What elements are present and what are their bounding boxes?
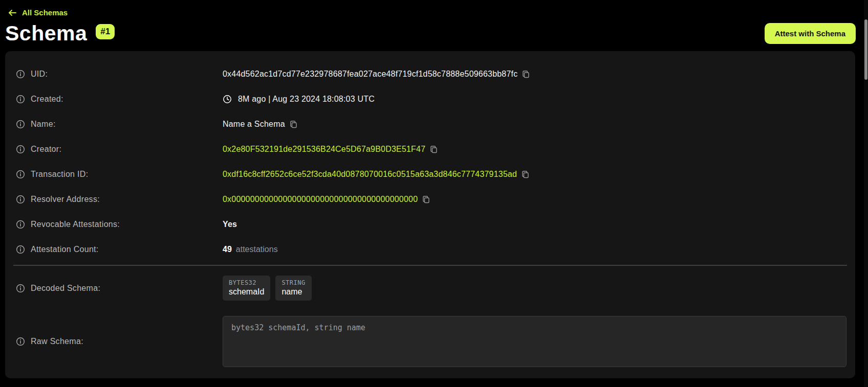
copy-icon[interactable]	[522, 70, 530, 79]
clock-icon	[223, 95, 232, 104]
info-icon	[16, 170, 25, 179]
created-value: 8M ago | Aug 23 2024 18:08:03 UTC	[238, 95, 375, 104]
resolver-address-link[interactable]: 0x00000000000000000000000000000000000000…	[223, 195, 418, 204]
decoded-schema-fields: BYTES32 schemaId STRING name	[223, 276, 312, 301]
info-icon	[16, 70, 25, 79]
created-label: Created:	[31, 95, 63, 104]
raw-schema-label: Raw Schema:	[31, 337, 83, 346]
attestation-count-label: Attestation Count:	[31, 245, 99, 254]
info-icon	[16, 95, 25, 104]
schema-field-chip: STRING name	[275, 276, 311, 301]
decoded-schema-label: Decoded Schema:	[31, 284, 100, 293]
creator-label: Creator:	[31, 145, 61, 154]
scrollbar[interactable]	[864, 0, 868, 387]
revocable-value: Yes	[223, 220, 237, 229]
field-name: schemaId	[229, 287, 264, 297]
schema-details-panel: UID: 0x44d562ac1d7cd77e232978687fea027ac…	[5, 51, 855, 378]
scrollbar-thumb[interactable]	[864, 19, 867, 80]
schema-number-badge: #1	[96, 24, 115, 39]
detail-row-name: Name: Name a Schema	[5, 112, 855, 137]
copy-icon[interactable]	[521, 170, 530, 179]
field-type: STRING	[281, 279, 305, 286]
raw-schema-textarea[interactable]: bytes32 schemaId, string name	[223, 316, 847, 367]
field-type: BYTES32	[229, 279, 264, 286]
copy-icon[interactable]	[429, 145, 438, 154]
detail-row-resolver-address: Resolver Address: 0x00000000000000000000…	[5, 187, 855, 212]
attest-with-schema-button[interactable]: Attest with Schema	[765, 23, 856, 44]
name-label: Name:	[31, 120, 56, 129]
back-to-all-schemas-link[interactable]: All Schemas	[8, 8, 68, 17]
detail-row-raw-schema: Raw Schema: bytes32 schemaId, string nam…	[5, 316, 855, 367]
uid-value: 0x44d562ac1d7cd77e232978687fea027ace48f7…	[223, 70, 517, 79]
info-icon	[16, 284, 25, 293]
resolver-address-label: Resolver Address:	[31, 195, 100, 204]
schema-name-value: Name a Schema	[223, 120, 285, 129]
back-link-label: All Schemas	[22, 8, 68, 17]
info-icon	[16, 245, 25, 254]
detail-row-creator: Creator: 0x2e80F532191de291536B24Ce5D67a…	[5, 137, 855, 162]
revocable-label: Revocable Attestations:	[31, 220, 120, 229]
attestation-count-unit: attestations	[236, 245, 278, 254]
detail-row-revocable: Revocable Attestations: Yes	[5, 212, 855, 237]
schema-field-chip: BYTES32 schemaId	[223, 276, 270, 301]
detail-row-decoded-schema: Decoded Schema: BYTES32 schemaId STRING …	[5, 267, 855, 310]
page-title: Schema	[5, 21, 87, 45]
info-icon	[16, 195, 25, 204]
detail-row-attestation-count: Attestation Count: 49 attestations	[5, 237, 855, 262]
page-header: All Schemas Schema #1 Attest with Schema	[0, 0, 868, 45]
info-icon	[16, 337, 25, 346]
field-name: name	[281, 287, 305, 297]
uid-label: UID:	[31, 70, 48, 79]
arrow-left-icon	[8, 9, 17, 16]
attestation-count-value: 49	[223, 245, 232, 254]
section-divider	[13, 265, 847, 266]
info-icon	[16, 145, 25, 154]
info-icon	[16, 120, 25, 129]
transaction-id-label: Transaction ID:	[31, 170, 88, 179]
copy-icon[interactable]	[422, 195, 430, 204]
detail-row-created: Created: 8M ago | Aug 23 2024 18:08:03 U…	[5, 87, 855, 112]
transaction-id-link[interactable]: 0xdf16c8cff2652c6ce52f3cda40d0878070016c…	[223, 170, 517, 179]
copy-icon[interactable]	[289, 120, 298, 129]
info-icon	[16, 220, 25, 229]
detail-row-uid: UID: 0x44d562ac1d7cd77e232978687fea027ac…	[5, 62, 855, 87]
creator-address-link[interactable]: 0x2e80F532191de291536B24Ce5D67a9B0D3E51F…	[223, 145, 425, 154]
detail-row-transaction-id: Transaction ID: 0xdf16c8cff2652c6ce52f3c…	[5, 162, 855, 187]
